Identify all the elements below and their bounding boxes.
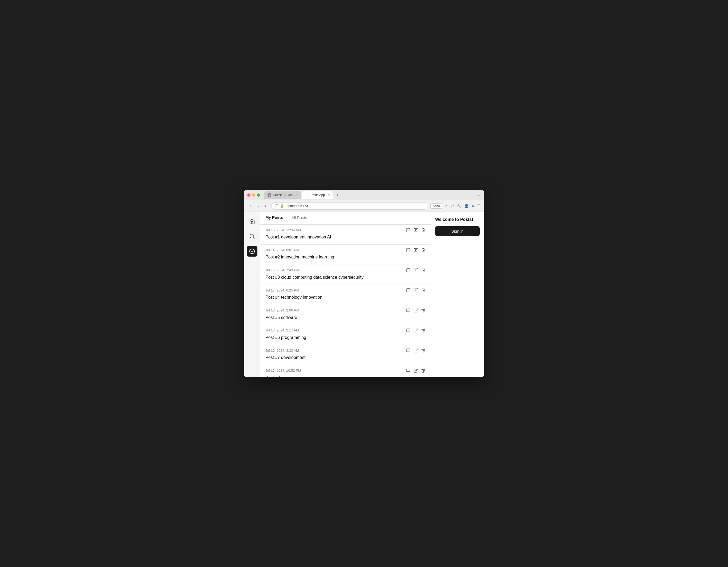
post-item: Jul 14, 2024, 8:01 PM [260, 245, 431, 265]
delete-button[interactable] [421, 348, 425, 353]
post-header: Jul 14, 2024, 8:01 PM [265, 248, 425, 252]
comment-button[interactable] [406, 328, 410, 333]
delete-button[interactable] [421, 308, 425, 313]
address-bar[interactable]: 🛡 🔒 localhost:5173 [271, 202, 428, 210]
post-item: Jul 16, 2024, 7:49 PM [260, 265, 431, 285]
url-text: localhost:5173 [286, 204, 308, 208]
post-header: Jul 18, 2024, 2:06 PM [265, 308, 425, 313]
main-content: My Posts All Posts Jul 18, 2024, 12:34 A… [260, 212, 431, 377]
drizzle-studio-tab-close[interactable]: ✕ [295, 193, 298, 197]
right-panel: Welcome to Posts! Sign in [431, 212, 484, 377]
edit-button[interactable] [414, 248, 418, 252]
download-icon[interactable]: ⬇ [471, 204, 475, 208]
edit-button[interactable] [414, 228, 418, 232]
post-title: Post #5 software [265, 315, 425, 321]
delete-button[interactable] [421, 328, 425, 333]
edit-button[interactable] [414, 348, 418, 353]
post-actions [406, 248, 425, 252]
post-header: Jul 17, 2024, 10:52 PM [265, 368, 425, 373]
tab-my-posts[interactable]: My Posts [265, 215, 283, 221]
forward-button[interactable]: › [255, 203, 261, 209]
posts-app-tab-label: Posts App [310, 193, 325, 197]
posts-tabs-header: My Posts All Posts [260, 212, 431, 225]
post-actions [406, 268, 425, 272]
post-actions [406, 308, 425, 313]
post-title: Post #1 development innovation AI [265, 234, 425, 240]
post-header: Jul 18, 2024, 12:34 AM [265, 228, 425, 232]
post-item: Jul 18, 2024, 2:17 AM [260, 325, 431, 345]
edit-button[interactable] [414, 328, 418, 333]
comment-button[interactable] [406, 228, 410, 232]
new-tab-button[interactable]: + [334, 192, 341, 198]
back-button[interactable]: ‹ [247, 203, 253, 209]
delete-button[interactable] [421, 368, 425, 373]
minimize-window-btn[interactable] [252, 193, 255, 197]
shield-icon: 🛡 [275, 204, 278, 208]
refresh-button[interactable]: ↻ [263, 203, 269, 209]
edit-button[interactable] [414, 368, 418, 373]
posts-app-tab-close[interactable]: ✕ [327, 193, 330, 197]
comment-button[interactable] [406, 368, 410, 373]
svg-line-3 [253, 237, 254, 238]
app-layout: My Posts All Posts Jul 18, 2024, 12:34 A… [244, 212, 484, 377]
comment-button[interactable] [406, 348, 410, 353]
close-window-btn[interactable] [247, 193, 250, 197]
delete-button[interactable] [421, 268, 425, 272]
sign-in-button[interactable]: Sign in [435, 226, 480, 236]
post-date: Jul 16, 2024, 7:49 PM [265, 268, 299, 272]
menu-icon[interactable]: ☰ [477, 204, 481, 208]
edit-button[interactable] [414, 288, 418, 292]
posts-list: Jul 18, 2024, 12:34 AM [260, 225, 431, 377]
post-header: Jul 16, 2024, 3:33 AM [265, 348, 425, 353]
welcome-text: Welcome to Posts! [435, 217, 480, 222]
tab-overflow-btn[interactable]: ⌄ [478, 193, 481, 197]
tab-bar: ⚡ Drizzle Studio ✕ 📋 Posts App ✕ + [264, 191, 475, 199]
post-date: Jul 18, 2024, 2:06 PM [265, 308, 299, 312]
tab-posts-app[interactable]: 📋 Posts App ✕ [302, 191, 333, 199]
comment-button[interactable] [406, 268, 410, 272]
post-title: Post #3 cloud computing data science cyb… [265, 274, 425, 280]
post-actions [406, 288, 425, 292]
tab-drizzle-studio[interactable]: ⚡ Drizzle Studio ✕ [264, 191, 301, 199]
post-item: Jul 18, 2024, 2:06 PM [260, 305, 431, 325]
extensions-icon[interactable]: 🔧 [457, 204, 462, 208]
shield-toolbar-icon[interactable]: 🛡 [451, 204, 454, 208]
lock-icon: 🔒 [280, 204, 284, 208]
tab-all-posts[interactable]: All Posts [292, 215, 307, 221]
post-title: Post #8 [265, 375, 425, 377]
post-header: Jul 17, 2024, 6:25 PM [265, 288, 425, 292]
browser-titlebar: ⚡ Drizzle Studio ✕ 📋 Posts App ✕ + ⌄ [244, 190, 484, 200]
browser-toolbar: ☆ 🛡 🔧 👤 ⬇ ☰ [444, 204, 481, 208]
sidebar-search-button[interactable] [247, 231, 257, 242]
drizzle-studio-favicon: ⚡ [268, 193, 271, 197]
post-item: Jul 18, 2024, 12:34 AM [260, 225, 431, 245]
zoom-badge: 120% [430, 203, 442, 209]
browser-window: ⚡ Drizzle Studio ✕ 📋 Posts App ✕ + ⌄ ‹ ›… [244, 190, 484, 377]
traffic-lights [247, 193, 260, 197]
comment-button[interactable] [406, 288, 410, 292]
bookmark-icon[interactable]: ☆ [444, 204, 448, 208]
sidebar-new-post-button[interactable] [247, 246, 257, 257]
posts-app-favicon: 📋 [305, 193, 309, 197]
edit-button[interactable] [414, 308, 418, 313]
svg-text:⚡: ⚡ [268, 194, 271, 197]
post-item: Jul 16, 2024, 3:33 AM [260, 345, 431, 365]
post-date: Jul 18, 2024, 2:17 AM [265, 328, 299, 332]
delete-button[interactable] [421, 248, 425, 252]
delete-button[interactable] [421, 288, 425, 292]
post-item: Jul 17, 2024, 6:25 PM [260, 285, 431, 305]
delete-button[interactable] [421, 228, 425, 232]
maximize-window-btn[interactable] [257, 193, 260, 197]
post-header: Jul 18, 2024, 2:17 AM [265, 328, 425, 333]
post-actions [406, 348, 425, 353]
account-icon[interactable]: 👤 [464, 204, 469, 208]
post-date: Jul 16, 2024, 3:33 AM [265, 349, 299, 353]
post-date: Jul 18, 2024, 12:34 AM [265, 228, 301, 232]
edit-button[interactable] [414, 268, 418, 272]
post-date: Jul 17, 2024, 6:25 PM [265, 288, 299, 292]
comment-button[interactable] [406, 248, 410, 252]
post-item: Jul 17, 2024, 10:52 PM [260, 365, 431, 377]
comment-button[interactable] [406, 308, 410, 313]
post-header: Jul 16, 2024, 7:49 PM [265, 268, 425, 272]
sidebar-home-button[interactable] [247, 216, 257, 227]
